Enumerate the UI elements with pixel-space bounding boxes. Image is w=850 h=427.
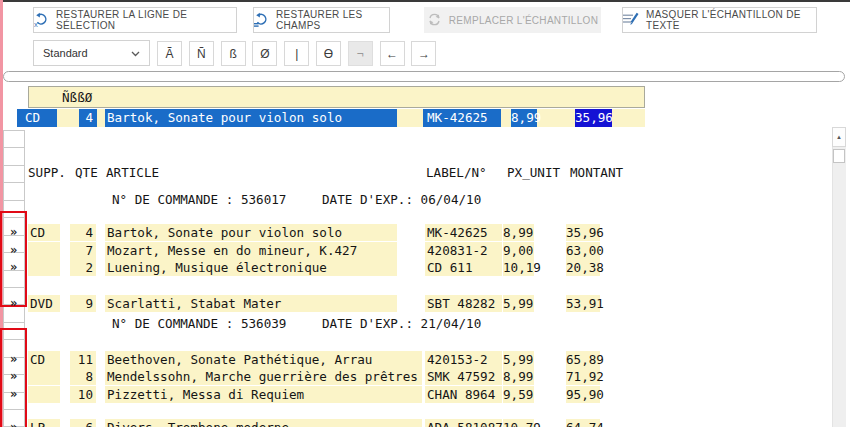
montant-cell[interactable]: 63,00	[566, 242, 600, 259]
qte-cell[interactable]: 7	[70, 242, 96, 259]
montant-cell[interactable]: 65,89	[566, 351, 600, 368]
article-cell[interactable]: Mozart, Messe en do mineur, K.427	[105, 242, 397, 259]
restore-fields-icon	[254, 12, 269, 29]
char-button-4[interactable]: |	[284, 41, 309, 66]
char-button-5[interactable]: Ɵ	[316, 41, 341, 66]
char-button-1[interactable]: Ñ	[189, 41, 214, 66]
report-item-row[interactable]: »DVD9Scarlatti, Stabat MaterSBT 482825,9…	[0, 295, 850, 312]
label-no-cell[interactable]: ADA 581087	[425, 419, 502, 427]
horizontal-scrollbar[interactable]	[3, 71, 845, 82]
montant-cell[interactable]: 53,91	[566, 295, 600, 312]
col-header-article: ARTICLE	[106, 164, 159, 181]
article-cell[interactable]: Luening, Musique électronique	[105, 259, 397, 276]
selection-row[interactable]: CD 4 Bartok, Sonate pour violon solo MK-…	[17, 109, 645, 127]
report-item-row[interactable]: »CD11Beethoven, Sonate Pathétique, Arrau…	[0, 351, 850, 368]
col-header-pxunit: PX_UNIT	[507, 164, 560, 181]
label-no-cell[interactable]: MK-42625	[425, 224, 502, 241]
row-marker[interactable]: »	[3, 351, 24, 368]
report-item-row[interactable]: »LP6Divers, Trombone moderneADA 58108710…	[0, 419, 850, 427]
report-item-row[interactable]: »7Mozart, Messe en do mineur, K.42742083…	[0, 242, 850, 259]
supp-cell[interactable]: CD	[28, 351, 60, 368]
selection-pxunit-cell[interactable]: 8,99	[511, 109, 537, 127]
supp-cell[interactable]	[28, 368, 60, 385]
supp-cell[interactable]: LP	[28, 419, 60, 427]
px-unit-cell[interactable]: 8,99	[503, 224, 534, 241]
selection-qte-cell[interactable]: 4	[79, 109, 97, 127]
montant-cell[interactable]: 20,38	[566, 259, 600, 276]
selection-label-cell[interactable]: MK-42625	[423, 109, 501, 127]
article-cell[interactable]: Divers, Trombone moderne	[105, 419, 422, 427]
column-header-row: SUPP. QTE ARTICLE LABEL/N° PX_UNIT MONTA…	[0, 164, 850, 181]
row-marker[interactable]: »	[3, 259, 24, 276]
article-cell[interactable]: Scarlatti, Stabat Mater	[105, 295, 397, 312]
supp-cell[interactable]: CD	[28, 224, 60, 241]
article-cell[interactable]: Pizzetti, Messa di Requiem	[105, 386, 422, 403]
hide-sample-text-button[interactable]: MASQUER L'ÉCHANTILLON DE TEXTE	[622, 7, 817, 33]
px-unit-cell[interactable]: 9,59	[503, 386, 534, 403]
qte-cell[interactable]: 10	[70, 386, 96, 403]
qte-cell[interactable]: 2	[70, 259, 96, 276]
article-cell[interactable]: Beethoven, Sonate Pathétique, Arrau	[105, 351, 422, 368]
report-item-row[interactable]: »2Luening, Musique électroniqueCD 61110,…	[0, 259, 850, 276]
montant-cell[interactable]: 35,96	[566, 224, 600, 241]
order-date-text: DATE D'EXP.: 21/04/10	[322, 315, 481, 332]
qte-cell[interactable]: 11	[70, 351, 96, 368]
article-cell[interactable]: Mendelssohn, Marche guerrière des prêtre…	[105, 368, 422, 385]
montant-cell[interactable]: 64,74	[566, 419, 600, 427]
style-dropdown[interactable]: Standard	[33, 40, 150, 66]
window-top-border	[0, 0, 850, 2]
supp-cell[interactable]	[28, 386, 60, 403]
px-unit-cell[interactable]: 9,00	[503, 242, 534, 259]
qte-cell[interactable]: 4	[70, 224, 96, 241]
montant-cell[interactable]: 71,92	[566, 368, 600, 385]
article-cell[interactable]: Bartok, Sonate pour violon solo	[105, 224, 397, 241]
label-no-cell[interactable]: SBT 48282	[425, 295, 502, 312]
row-marker[interactable]: »	[3, 295, 24, 312]
row-marker[interactable]: »	[3, 386, 24, 403]
row-marker[interactable]: »	[3, 368, 24, 385]
label-no-cell[interactable]: SMK 47592	[425, 368, 502, 385]
restore-selection-line-button[interactable]: x RESTAURER LA LIGNE DE SÉLECTION	[33, 7, 237, 33]
label-no-cell[interactable]: 420831-2	[425, 242, 502, 259]
char-button-0[interactable]: Ã	[157, 41, 182, 66]
px-unit-cell[interactable]: 5,99	[503, 295, 534, 312]
px-unit-cell[interactable]: 5,99	[503, 351, 534, 368]
px-unit-cell[interactable]: 10,79	[503, 419, 534, 427]
supp-cell[interactable]	[28, 259, 60, 276]
col-header-label: LABEL/N°	[426, 164, 487, 181]
char-button-2[interactable]: ß	[221, 41, 246, 66]
qte-cell[interactable]: 6	[70, 419, 96, 427]
row-marker[interactable]: »	[3, 419, 24, 427]
restore-fields-label: RESTAURER LES CHAMPS	[276, 9, 389, 31]
char-button-7[interactable]: ←	[380, 41, 405, 66]
vertical-scrollbar-track[interactable]	[832, 127, 846, 427]
px-unit-cell[interactable]: 8,99	[503, 368, 534, 385]
svg-text:x: x	[34, 19, 38, 26]
selection-article-cell[interactable]: Bartok, Sonate pour violon solo	[105, 109, 397, 127]
supp-cell[interactable]: DVD	[28, 295, 60, 312]
label-no-cell[interactable]: CD 611	[425, 259, 502, 276]
restore-fields-button[interactable]: RESTAURER LES CHAMPS	[253, 7, 390, 33]
vertical-scrollbar-thumb[interactable]	[833, 149, 845, 163]
report-item-row[interactable]: »8Mendelssohn, Marche guerrière des prêt…	[0, 368, 850, 385]
label-no-cell[interactable]: CHAN 8964	[425, 386, 502, 403]
selection-supp-cell[interactable]: CD	[17, 109, 57, 127]
row-marker[interactable]: »	[3, 224, 24, 241]
sample-title-band[interactable]: ÑßßØ	[28, 86, 645, 108]
replace-sample-icon	[427, 12, 442, 29]
label-no-cell[interactable]: 420153-2	[425, 351, 502, 368]
row-marker[interactable]: »	[3, 242, 24, 259]
char-button-3[interactable]: Ø	[252, 41, 277, 66]
montant-cell[interactable]: 95,90	[566, 386, 600, 403]
qte-cell[interactable]: 8	[70, 368, 96, 385]
char-button-8[interactable]: →	[411, 41, 436, 66]
qte-cell[interactable]: 9	[70, 295, 96, 312]
scroll-up-button[interactable]: ▲	[832, 127, 846, 147]
px-unit-cell[interactable]: 10,19	[503, 259, 534, 276]
order-header-line: N° DE COMMANDE : 536039DATE D'EXP.: 21/0…	[0, 315, 850, 332]
supp-cell[interactable]	[28, 242, 60, 259]
report-item-row[interactable]: »CD4Bartok, Sonate pour violon soloMK-42…	[0, 224, 850, 241]
selection-montant-cell[interactable]: 35,96	[575, 109, 612, 127]
report-item-row[interactable]: »10Pizzetti, Messa di RequiemCHAN 89649,…	[0, 386, 850, 403]
col-header-supp: SUPP.	[28, 164, 66, 181]
